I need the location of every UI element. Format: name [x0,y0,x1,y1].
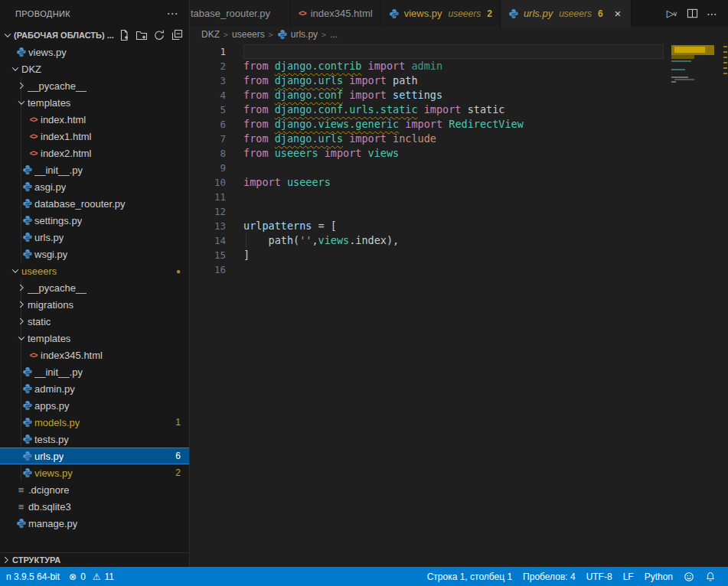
tree-item-apps-py[interactable]: apps.py [0,397,189,414]
notifications-bell-icon[interactable] [700,571,720,582]
problems-badge: 6 [175,451,181,461]
workspace-section-header[interactable]: (РАБОЧАЯ ОБЛАСТЬ) ... [0,27,189,44]
new-folder-icon[interactable] [134,28,149,43]
tree-item-index1-html[interactable]: <>index1.html [0,128,189,145]
tree-item-templates[interactable]: templates [0,94,189,111]
line-number: 13 [190,219,226,233]
breadcrumb: DKZ>useeers>urls.py>... [190,27,728,42]
indentation-status[interactable]: Пробелов: 4 [518,571,580,582]
problems-status[interactable]: ⊗ 0 ⚠ 11 [64,571,119,582]
tree-item-db-sqlite3[interactable]: ≡db.sqlite3 [0,498,189,515]
tree-item-label: .dcignore [28,484,69,496]
line-number: 16 [190,262,226,277]
tree-item-static[interactable]: static [0,313,189,330]
breadcrumb-item-urls-py[interactable]: urls.py [277,29,318,40]
tree-item-admin-py[interactable]: admin.py [0,380,189,397]
tree-item-index345-html[interactable]: <>index345.html [0,347,189,363]
tree-item-label: tests.py [34,434,69,445]
tree-item--dcignore[interactable]: ≡.dcignore [0,481,189,498]
chevron-right-icon [15,316,28,327]
python-file-icon [20,417,34,428]
close-icon[interactable]: × [612,7,624,20]
tree-item-dkz[interactable]: DKZ [0,60,189,77]
tab-label: tabase_roouter.py [191,8,270,19]
tree-item-urls-py[interactable]: urls.py6 [0,448,189,464]
tree-item-label: DKZ [21,63,41,75]
tab-tabase-roouter-py[interactable]: tabase_roouter.py [190,0,291,27]
minimap[interactable] [670,44,720,135]
line-number: 3 [190,73,226,88]
line-number: 8 [190,146,226,161]
tree-item-migrations[interactable]: migrations [0,296,189,313]
new-file-icon[interactable] [116,28,132,43]
collapse-all-icon[interactable] [169,28,184,43]
run-python-file-button[interactable]: ▷∨ [664,5,681,22]
tab-urls-py[interactable]: urls.pyuseeers6× [501,0,632,27]
python-file-icon [20,434,34,444]
code-line-15: 15] [190,248,728,262]
tree-item-label: manage.py [28,518,77,529]
line-number: 15 [190,248,226,262]
explorer-header: ПРОВОДНИК ⋯ [0,0,189,27]
tree-item-label: settings.py [34,215,82,226]
tree-item-useeers[interactable]: useeers● [0,262,189,279]
outline-section-header[interactable]: СТРУКТУРА [0,552,189,567]
tree-item-label: wsgi.py [34,249,67,260]
python-file-icon [20,232,34,243]
feedback-icon[interactable] [679,571,699,582]
refresh-icon[interactable] [152,28,167,43]
tab-views-py[interactable]: views.pyuseeers2 [381,0,501,27]
tree-item--pycache-[interactable]: __pycache__ [0,279,189,296]
line-number: 11 [190,190,226,204]
tree-item-tests-py[interactable]: tests.py [0,431,189,448]
line-number: 6 [190,117,226,132]
tab-label: index345.html [311,8,373,19]
encoding-status[interactable]: UTF-8 [582,571,617,582]
tree-item-asgi-py[interactable]: asgi.py [0,178,189,195]
tree-item-index-html[interactable]: <>index.html [0,111,189,128]
more-actions-icon[interactable]: ⋯ [704,5,720,22]
tree-item-wsgi-py[interactable]: wsgi.py [0,246,189,262]
tree-item-database-roouter-py[interactable]: database_roouter.py [0,195,189,212]
explorer-sidebar: ПРОВОДНИК ⋯ (РАБОЧАЯ ОБЛАСТЬ) ... views.… [0,0,190,567]
tree-item-label: __init__.py [34,164,83,176]
breadcrumb-item--[interactable]: ... [330,29,338,40]
code-editor[interactable]: 12from django.contrib import admin3from … [190,42,728,567]
tree-item-manage-py[interactable]: manage.py [0,515,189,532]
explorer-more-actions-icon[interactable]: ⋯ [164,7,181,21]
code-line-6: 6from django.views.generic import Redire… [190,117,728,132]
tree-item-label: admin.py [34,383,75,395]
tree-item-views-py[interactable]: views.py2 [0,464,189,481]
tree-item-label: templates [28,97,70,109]
tree-item-settings-py[interactable]: settings.py [0,212,189,229]
tree-item-urls-py[interactable]: urls.py [0,229,189,246]
tree-item--pycache-[interactable]: __pycache__ [0,77,189,94]
code-line-5: 5from django.conf.urls.static import sta… [190,103,728,117]
tree-item-views-py[interactable]: views.py [0,44,189,60]
breadcrumb-item-dkz[interactable]: DKZ [201,29,220,40]
overview-ruler[interactable] [723,42,728,567]
tab-problems-badge: 2 [487,8,492,19]
language-mode-status[interactable]: Python [640,571,677,582]
tree-item-label: useeers [21,265,57,277]
modified-dot-icon: ● [176,267,181,275]
chevron-right-icon [0,555,12,565]
tree-item-label: views.py [34,467,73,479]
python-file-icon [20,215,34,226]
breadcrumb-item-useeers[interactable]: useeers [232,29,265,40]
python-file-icon [20,249,34,259]
cursor-position-status[interactable]: Строка 1, столбец 1 [423,571,517,582]
code-line-3: 3from django.urls import path [190,73,728,88]
tree-item--init-py[interactable]: __init__.py [0,161,189,178]
tab-index345-html[interactable]: <>index345.html [291,0,381,27]
split-editor-icon[interactable] [684,5,700,22]
tree-item-label: database_roouter.py [34,198,126,210]
code-line-4: 4from django.conf import settings [190,88,728,103]
tree-item-models-py[interactable]: models.py1 [0,414,189,431]
tree-item--init-py[interactable]: __init__.py [0,363,189,380]
eol-status[interactable]: LF [619,571,638,582]
python-interpreter-status[interactable]: n 3.9.5 64-bit [2,571,64,582]
chevron-right-icon: > [224,31,228,39]
tree-item-templates[interactable]: templates [0,330,189,347]
tree-item-index2-html[interactable]: <>index2.html [0,145,189,161]
